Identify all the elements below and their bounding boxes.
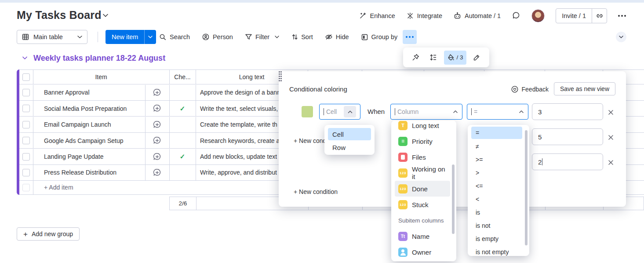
filter-chevron-icon[interactable] [274,35,280,39]
menu-item-stuck[interactable]: 123 Stuck [395,197,450,212]
enhance-button[interactable]: Enhance [359,12,395,20]
group-by-button[interactable]: Group by [361,33,398,41]
condition-color-swatch[interactable] [302,106,313,117]
row-checkbox[interactable] [19,149,33,164]
menu-item-priority[interactable]: ≡ Priority [395,133,450,149]
new-item-button[interactable]: New item [106,30,156,44]
check-cell[interactable]: ✓ [169,101,196,116]
copy-link-button[interactable] [592,9,607,23]
item-name[interactable]: Banner Approval [44,85,143,100]
open-conversation-button[interactable] [145,133,169,148]
conditional-coloring-button[interactable]: / 3 [444,51,466,65]
target-select[interactable]: Cell [319,104,360,120]
column-menu-scrollbar[interactable] [452,164,455,234]
automate-button[interactable]: Automate / 1 [453,12,501,20]
item-name[interactable]: Email Campaign Launch [44,117,143,132]
view-settings-popup: / 3 [403,47,489,67]
magic-wand-icon [359,12,367,20]
board-title-caret-icon[interactable] [102,13,109,18]
column-header-check[interactable]: Che... [169,70,196,84]
search-button[interactable]: Search [159,33,190,41]
check-cell[interactable]: ✓ [169,149,196,164]
menu-item-working-on-it[interactable]: 123 Working on it [395,165,450,181]
add-new-group-button[interactable]: + Add new group [17,227,80,241]
feedback-button[interactable]: Feedback [511,85,549,93]
target-select-toggle[interactable] [344,106,356,117]
open-conversation-button[interactable] [145,149,169,164]
remove-condition-button[interactable] [608,134,615,141]
operator-item[interactable]: <= [471,179,522,193]
column-select[interactable]: Column [390,104,462,120]
updates-button[interactable] [512,11,520,21]
invite-button[interactable]: Invite / 1 [556,9,592,23]
drag-handle[interactable] [279,71,626,82]
customize-button[interactable] [470,51,484,65]
new-item-dropdown[interactable] [145,35,156,39]
column-header-item[interactable]: Item [33,70,169,84]
menu-item-files[interactable]: Files [395,149,450,165]
collapse-header-button[interactable] [616,32,626,42]
operator-item[interactable]: > [471,166,522,179]
remove-condition-button[interactable] [608,109,615,116]
group-collapse-caret-icon[interactable] [22,56,28,60]
chevron-down-icon [77,35,83,39]
check-cell[interactable] [169,165,196,180]
check-cell[interactable] [169,85,196,100]
check-cell[interactable] [169,117,196,132]
condition-value-input[interactable]: 5 [532,128,603,145]
row-checkbox[interactable] [19,101,33,116]
condition-value-input[interactable]: 3 [532,103,603,120]
feedback-label: Feedback [522,86,549,93]
pin-button[interactable] [408,51,422,65]
toolbar-more-button[interactable] [403,30,417,44]
hide-button[interactable]: Hide [325,33,349,40]
chevron-up-icon [348,110,353,113]
menu-item-owner[interactable]: Owner [395,244,450,260]
new-condition-link[interactable]: + New condition [294,188,338,195]
operator-item[interactable]: is [471,206,522,219]
item-name[interactable]: Social Media Post Preparation [44,101,143,116]
row-checkbox[interactable] [19,165,33,180]
view-selector[interactable]: Main table [17,30,87,44]
integrate-button[interactable]: Integrate [406,12,442,20]
person-filter-button[interactable]: Person [202,33,233,41]
menu-item-row[interactable]: Row [328,141,371,153]
group-title[interactable]: Weekly tasks planner 18-22 August [33,54,165,63]
row-checkbox[interactable] [19,85,33,100]
operator-item[interactable]: ≠ [471,140,522,153]
save-as-new-view-button[interactable]: Save as new view [554,82,615,95]
item-name[interactable]: Landing Page Update [44,149,143,164]
operator-item[interactable]: >= [471,153,522,166]
avatar[interactable] [531,9,545,22]
filter-button[interactable]: Filter [245,33,280,40]
row-checkbox[interactable] [19,117,33,132]
operator-menu-scrollbar[interactable] [525,130,528,245]
menu-item-cell[interactable]: Cell [328,128,371,140]
check-cell[interactable] [169,133,196,148]
operator-select[interactable]: = [467,104,528,120]
operator-item[interactable]: is not [471,219,522,232]
add-item-label[interactable]: + Add item [44,184,73,191]
open-conversation-button[interactable] [145,85,169,100]
item-name[interactable]: Google Ads Campaign Setup [44,133,143,148]
menu-item-long-text[interactable]: T Long text [395,121,450,133]
item-name[interactable]: Press Release Distribution [44,165,143,180]
menu-item-done[interactable]: 123 Done [395,181,450,197]
open-conversation-button[interactable] [145,101,169,116]
condition-value-input[interactable]: 2 [532,153,603,170]
row-checkbox[interactable] [19,133,33,148]
operator-item[interactable]: is not empty [471,245,522,256]
board-title[interactable]: My Tasks Board [17,9,102,22]
open-conversation-button[interactable] [145,117,169,132]
select-all-checkbox[interactable] [19,70,33,84]
open-conversation-button[interactable] [145,165,169,180]
menu-item-name[interactable]: Tt Name [395,228,450,244]
row-height-button[interactable] [426,51,440,65]
sort-button[interactable]: Sort [291,33,313,40]
operator-item[interactable]: is empty [471,232,522,245]
remove-condition-button[interactable] [608,159,615,166]
operator-item[interactable]: = [471,127,522,139]
robot-icon [453,12,462,20]
header-more-button[interactable] [618,15,626,17]
operator-item[interactable]: < [471,193,522,206]
